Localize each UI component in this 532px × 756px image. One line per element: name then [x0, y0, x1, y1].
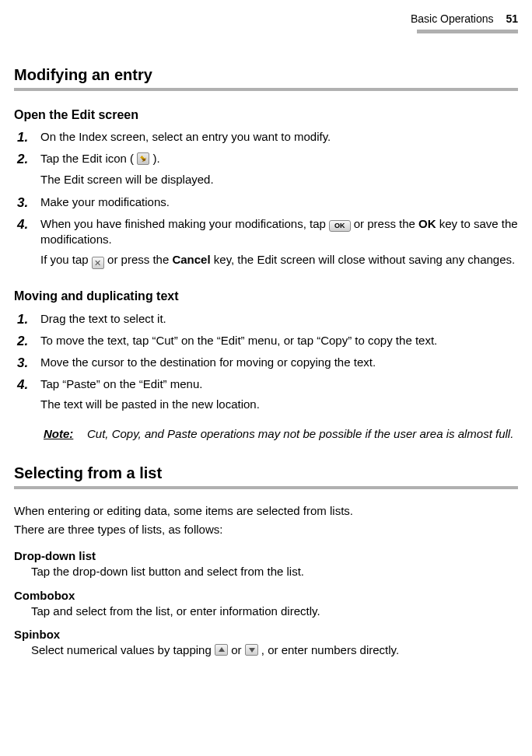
step-text: Move the cursor to the destination for m…: [40, 355, 518, 370]
text: key, the Edit screen will close without …: [211, 253, 516, 266]
text: or press the: [107, 253, 172, 266]
note-body: Cut, Copy, and Paste operations may not …: [87, 426, 518, 442]
moving-steps: 1. Drag the text to select it. 2. To mov…: [17, 311, 518, 443]
step-number: 4.: [17, 216, 40, 234]
step-text: To move the text, tap “Cut” on the “Edit…: [40, 333, 518, 348]
text: Select numerical values by tapping: [31, 643, 215, 656]
heading-open-edit-screen: Open the Edit screen: [14, 107, 518, 124]
bold-text: Cancel: [172, 253, 210, 266]
step-2: 2. Tap the Edit icon ( ). The Edit scree…: [17, 151, 518, 191]
text: When you have finished making your modif…: [40, 217, 329, 230]
step-3: 3. Make your modifications.: [17, 194, 518, 212]
step-text: Make your modifications.: [40, 194, 518, 210]
header-rule: [417, 30, 518, 33]
step-text: Drag the text to select it.: [40, 311, 518, 327]
dropdown-desc: Tap the drop-down list button and select…: [31, 564, 518, 579]
heading-modifying-entry: Modifying an entry: [14, 65, 518, 91]
step-subtext: The text will be pasted in the new locat…: [40, 397, 518, 412]
heading-selecting-from-list: Selecting from a list: [14, 463, 518, 489]
step-number: 3.: [17, 355, 40, 373]
edit-icon: [137, 152, 149, 165]
spinbox-desc: Select numerical values by tapping or , …: [31, 642, 518, 658]
page-header: Basic Operations 51: [14, 12, 518, 26]
page-number: 51: [506, 12, 518, 25]
step-text: Tap “Paste” on the “Edit” menu. The text…: [40, 376, 518, 416]
step-text: When you have finished making your modif…: [40, 216, 518, 273]
step-number: 2.: [17, 333, 40, 351]
text: or: [231, 643, 245, 656]
text: or press the: [354, 217, 418, 230]
combobox-title: Combobox: [14, 588, 518, 604]
heading-moving-duplicating: Moving and duplicating text: [14, 288, 518, 305]
step-1: 1. On the Index screen, select an entry …: [17, 129, 518, 147]
step-number: 2.: [17, 151, 40, 169]
step-number: 1.: [17, 129, 40, 147]
step-text: Tap the Edit icon ( ). The Edit screen w…: [40, 151, 518, 191]
step-number: 3.: [17, 194, 40, 212]
step-subtext: The Edit screen will be displayed.: [40, 172, 518, 187]
header-section: Basic Operations: [411, 12, 494, 25]
step-3: 3. Move the cursor to the destination fo…: [17, 355, 518, 373]
combobox-desc: Tap and select from the list, or enter i…: [31, 604, 518, 619]
text: , or enter numbers directly.: [261, 643, 399, 656]
text: ).: [152, 152, 159, 165]
spinbox-title: Spinbox: [14, 627, 518, 642]
step-4: 4. When you have finished making your mo…: [17, 216, 518, 273]
step-4: 4. Tap “Paste” on the “Edit” menu. The t…: [17, 376, 518, 416]
selecting-intro-1: When entering or editing data, some item…: [14, 503, 518, 519]
note-label: Note:: [44, 426, 82, 442]
open-edit-steps: 1. On the Index screen, select an entry …: [17, 129, 518, 272]
note: Note: Cut, Copy, and Paste operations ma…: [44, 426, 518, 442]
step-2: 2. To move the text, tap “Cut” on the “E…: [17, 333, 518, 351]
text: If you tap: [40, 253, 92, 266]
selecting-intro-2: There are three types of lists, as follo…: [14, 522, 518, 537]
text: Tap the Edit icon (: [40, 152, 134, 165]
spin-up-icon: [215, 644, 228, 656]
ok-button-icon: OK: [329, 220, 351, 232]
step-number: 1.: [17, 311, 40, 329]
step-number: 4.: [17, 376, 40, 394]
step-subtext: If you tap ✕ or press the Cancel key, th…: [40, 252, 518, 269]
dropdown-title: Drop-down list: [14, 548, 518, 564]
text: Tap “Paste” on the “Edit” menu.: [40, 377, 202, 390]
cancel-icon: ✕: [92, 257, 104, 269]
spin-down-icon: [245, 644, 258, 656]
step-text: On the Index screen, select an entry you…: [40, 129, 518, 145]
bold-text: OK: [418, 217, 436, 230]
step-1: 1. Drag the text to select it.: [17, 311, 518, 329]
